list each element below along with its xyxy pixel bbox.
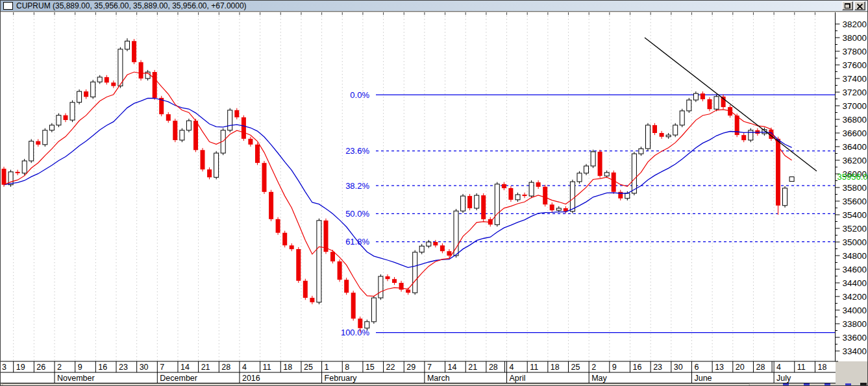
- candle: [427, 242, 431, 246]
- candle: [632, 154, 636, 193]
- candle: [153, 72, 157, 98]
- y-axis-label: 33800: [843, 319, 867, 329]
- candle: [303, 281, 308, 298]
- candle: [269, 192, 273, 219]
- week-label: 18: [283, 363, 292, 372]
- y-axis-label: 34400: [843, 278, 867, 288]
- restore-window-icon: [845, 3, 850, 8]
- close-window-icon: [857, 3, 863, 9]
- week-label: 11: [530, 363, 538, 372]
- candle: [598, 152, 602, 176]
- week-label: 20: [736, 363, 745, 372]
- window-title: CUPRUM (35,889.00, 35,956.00, 35,889.00,…: [16, 1, 247, 11]
- horizontal-scrollbar[interactable]: [2, 383, 750, 386]
- candle: [365, 322, 369, 328]
- month-label: March: [427, 374, 450, 383]
- y-axis-label: 37000: [843, 101, 867, 111]
- candle: [570, 182, 575, 211]
- y-axis-label: 35800: [843, 183, 867, 193]
- week-label: 4: [242, 363, 247, 372]
- y-axis-label: 35600: [843, 197, 867, 206]
- candle: [502, 184, 506, 188]
- y-axis-label: 37200: [843, 88, 867, 97]
- candle: [693, 93, 698, 100]
- candle: [330, 252, 335, 261]
- week-label: 22: [386, 363, 395, 372]
- week-label: 9: [78, 363, 82, 372]
- candle: [440, 245, 445, 251]
- week-label: 28: [756, 363, 765, 372]
- candle: [556, 208, 561, 210]
- week-label: 30: [140, 363, 149, 372]
- restore-button[interactable]: [842, 1, 853, 10]
- candle: [22, 161, 27, 173]
- week-label: 3: [2, 363, 6, 372]
- week-label: 15: [366, 363, 375, 372]
- candle: [680, 111, 684, 125]
- candle: [591, 152, 595, 166]
- y-axis-label: 38000: [843, 33, 867, 43]
- candle: [454, 211, 458, 256]
- week-label: 25: [571, 363, 580, 372]
- week-label: 21: [201, 363, 210, 372]
- price-chart[interactable]: 0.0%23.6%38.2%50.0%61.8%100.0%3340033600…: [1, 12, 867, 384]
- candle: [529, 182, 534, 196]
- week-label: 16: [633, 363, 642, 372]
- week-label: 1: [325, 363, 329, 372]
- y-axis-label: 33600: [843, 333, 867, 343]
- candle: [646, 125, 651, 149]
- current-price-label: 35956.00: [837, 172, 868, 182]
- month-label: December: [160, 374, 197, 383]
- fibonacci-label: 50.0%: [345, 209, 369, 219]
- week-label: 23: [653, 363, 662, 372]
- candle: [296, 249, 301, 281]
- candle: [584, 166, 589, 173]
- y-axis-label: 35200: [843, 224, 867, 234]
- candle: [43, 130, 47, 145]
- candle: [180, 130, 184, 140]
- candle: [741, 135, 746, 140]
- chart-document-icon[interactable]: [3, 2, 13, 10]
- week-label: 16: [98, 363, 107, 372]
- candle: [139, 62, 143, 78]
- month-label: June: [694, 374, 712, 383]
- y-axis-label: 37600: [843, 60, 867, 70]
- candle: [16, 172, 20, 173]
- candle: [406, 290, 410, 293]
- week-label: 2: [57, 363, 62, 372]
- candle: [118, 49, 123, 86]
- week-label: 18: [817, 363, 826, 372]
- candle: [125, 41, 130, 49]
- month-label: February: [325, 374, 358, 383]
- week-label: 13: [715, 363, 724, 372]
- week-label: 23: [119, 363, 128, 372]
- week-label: 14: [180, 363, 190, 372]
- candle: [392, 279, 397, 283]
- fibonacci-label: 0.0%: [350, 90, 369, 100]
- candle: [276, 219, 280, 233]
- candle: [338, 261, 342, 280]
- candle: [77, 91, 82, 103]
- candle: [639, 149, 643, 154]
- candle: [701, 93, 705, 99]
- window-titlebar[interactable]: CUPRUM (35,889.00, 35,956.00, 35,889.00,…: [1, 1, 867, 12]
- y-axis-label: 34000: [843, 306, 867, 315]
- background-window-fragment: [783, 383, 789, 385]
- candle: [248, 139, 253, 145]
- close-button[interactable]: [854, 1, 865, 10]
- candle: [201, 150, 205, 169]
- candle: [536, 182, 541, 187]
- y-axis-label: 37800: [843, 47, 867, 56]
- month-label: April: [510, 374, 526, 383]
- y-axis-label: 34200: [843, 292, 867, 302]
- y-axis-label: 38200: [843, 19, 867, 29]
- week-label: 11: [797, 363, 806, 372]
- candle: [577, 173, 582, 182]
- week-label: 19: [16, 363, 25, 372]
- candle: [2, 169, 6, 185]
- week-label: 28: [221, 363, 230, 372]
- background-window-fragment: [825, 383, 830, 385]
- candle: [749, 130, 753, 140]
- candle: [262, 163, 267, 192]
- candle: [413, 252, 417, 293]
